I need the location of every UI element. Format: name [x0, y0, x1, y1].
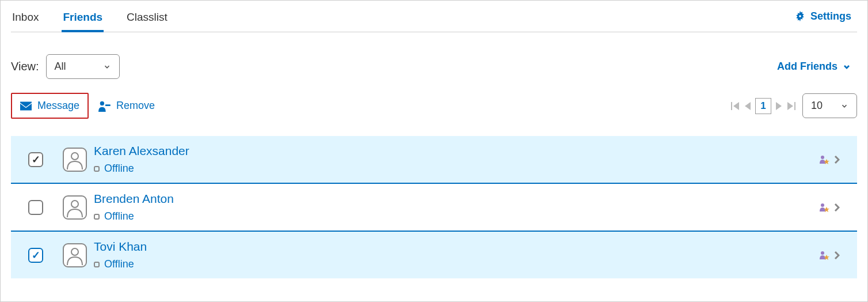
view-label: View: [11, 60, 39, 73]
chevron-down-icon [842, 62, 851, 71]
check-icon: ✓ [32, 249, 40, 262]
tab-classlist[interactable]: Classlist [125, 5, 169, 32]
chevron-down-icon [840, 102, 848, 110]
envelope-icon [20, 101, 32, 111]
friend-status: Offline [104, 210, 134, 222]
chevron-right-icon[interactable] [834, 251, 840, 260]
friend-name[interactable]: Karen Alexsander [94, 144, 819, 158]
check-icon: ✓ [32, 153, 40, 166]
add-friends-label: Add Friends [777, 61, 837, 73]
remove-label: Remove [116, 100, 155, 112]
svg-marker-7 [776, 102, 782, 110]
friend-status: Offline [104, 163, 134, 175]
svg-rect-3 [105, 104, 111, 106]
svg-point-2 [100, 101, 104, 105]
avatar-icon [63, 148, 87, 172]
view-selected-value: All [55, 61, 66, 73]
friend-name[interactable]: Tovi Khan [94, 240, 819, 254]
svg-point-12 [821, 156, 824, 159]
page-size-value: 10 [811, 100, 823, 112]
svg-marker-5 [733, 102, 739, 110]
friend-checkbox[interactable] [28, 200, 43, 215]
friend-row: Brenden Anton Offline [11, 184, 857, 232]
avatar-icon [63, 195, 87, 220]
first-page-icon[interactable] [731, 102, 740, 110]
svg-point-1 [798, 14, 802, 18]
friend-checkbox[interactable]: ✓ [28, 248, 43, 263]
status-dot-icon [94, 262, 100, 267]
settings-link[interactable]: Settings [794, 10, 857, 27]
status-dot-icon [94, 214, 100, 220]
chevron-down-icon [103, 63, 111, 71]
svg-rect-4 [731, 102, 732, 110]
friend-status: Offline [104, 258, 134, 270]
friend-star-icon[interactable] [819, 154, 829, 165]
remove-button[interactable]: Remove [94, 94, 158, 118]
status-dot-icon [94, 166, 100, 172]
page-size-select[interactable]: 10 [802, 93, 857, 118]
tab-inbox[interactable]: Inbox [11, 5, 40, 32]
chevron-right-icon[interactable] [834, 203, 840, 212]
svg-marker-6 [745, 102, 751, 110]
svg-marker-8 [787, 102, 793, 110]
friend-star-icon[interactable] [819, 250, 829, 261]
friend-row: ✓ Karen Alexsander Offline [11, 136, 857, 184]
svg-point-20 [821, 251, 824, 255]
gear-icon [794, 10, 806, 22]
settings-label: Settings [810, 10, 851, 22]
remove-user-icon [98, 100, 111, 112]
svg-point-16 [821, 203, 824, 207]
last-page-icon[interactable] [786, 102, 795, 110]
message-button[interactable]: Message [11, 93, 89, 119]
tab-friends[interactable]: Friends [62, 5, 104, 32]
message-label: Message [37, 100, 79, 112]
friend-checkbox[interactable]: ✓ [28, 152, 43, 167]
svg-rect-9 [794, 102, 795, 110]
chevron-right-icon[interactable] [834, 155, 840, 164]
friend-row: ✓ Tovi Khan Offline [11, 232, 857, 278]
next-page-icon[interactable] [776, 102, 782, 110]
view-select[interactable]: All [46, 54, 120, 79]
avatar-icon [63, 243, 87, 267]
prev-page-icon[interactable] [745, 102, 751, 110]
friend-name[interactable]: Brenden Anton [94, 192, 819, 206]
page-input[interactable] [755, 98, 771, 114]
add-friends-button[interactable]: Add Friends [777, 61, 857, 73]
friend-star-icon[interactable] [819, 202, 829, 213]
